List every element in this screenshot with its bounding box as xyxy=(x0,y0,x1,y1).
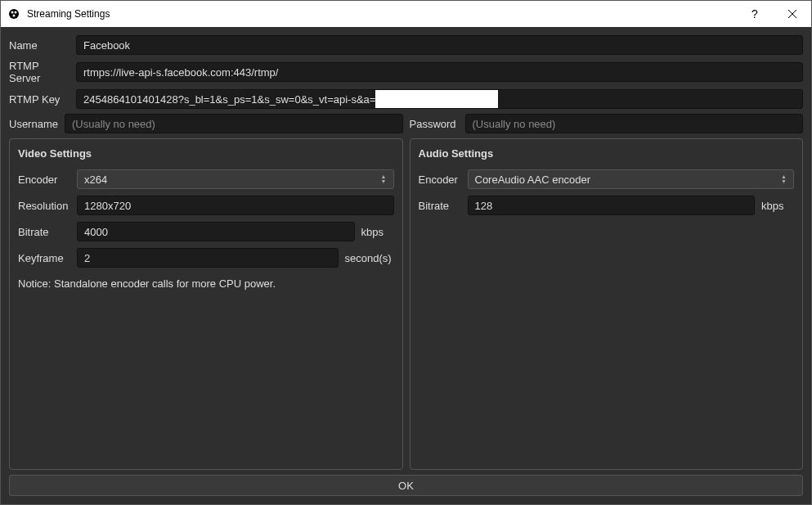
video-bitrate-input[interactable] xyxy=(77,222,355,241)
credentials-row: Username Password xyxy=(9,114,803,133)
video-keyframe-row: Keyframe second(s) xyxy=(18,248,394,268)
rtmp-key-visible-text: 2454864101401428?s_bl=1&s_ps=1&s_sw=0&s_… xyxy=(77,90,375,109)
password-input[interactable] xyxy=(465,114,804,133)
audio-bitrate-label: Bitrate xyxy=(419,200,461,212)
video-resolution-row: Resolution xyxy=(18,196,394,215)
titlebar: Streaming Settings ? xyxy=(1,1,811,27)
username-input[interactable] xyxy=(65,114,403,133)
audio-settings-title: Audio Settings xyxy=(419,147,795,160)
svg-point-1 xyxy=(11,11,14,14)
password-group: Password xyxy=(410,114,804,133)
rtmp-server-label: RTMP Server xyxy=(9,60,70,84)
audio-bitrate-row: Bitrate kbps xyxy=(419,196,795,215)
updown-icon: ▲▼ xyxy=(781,174,787,184)
audio-bitrate-input[interactable] xyxy=(468,196,756,215)
ok-button-label: OK xyxy=(398,480,414,492)
name-label: Name xyxy=(9,39,70,52)
video-encoder-select[interactable]: x264 ▲▼ xyxy=(77,169,394,189)
rtmp-server-input[interactable] xyxy=(76,62,803,82)
svg-point-2 xyxy=(15,11,17,14)
rtmp-key-input[interactable]: 2454864101401428?s_bl=1&s_ps=1&s_sw=0&s_… xyxy=(76,89,803,109)
window-title: Streaming Settings xyxy=(27,8,736,20)
audio-settings-panel: Audio Settings Encoder CoreAudio AAC enc… xyxy=(410,138,804,470)
password-label: Password xyxy=(410,118,459,130)
settings-panels: Video Settings Encoder x264 ▲▼ Resolutio… xyxy=(9,138,803,470)
video-keyframe-unit: second(s) xyxy=(345,252,394,264)
video-bitrate-label: Bitrate xyxy=(18,226,70,238)
svg-point-3 xyxy=(13,15,16,17)
video-encoder-label: Encoder xyxy=(18,174,70,186)
streaming-settings-window: Streaming Settings ? Name RTMP Server RT… xyxy=(0,0,812,505)
video-notice: Notice: Standalone encoder calls for mor… xyxy=(18,277,394,290)
help-icon: ? xyxy=(751,7,758,20)
svg-point-0 xyxy=(9,9,19,19)
ok-button[interactable]: OK xyxy=(9,475,803,496)
updown-icon: ▲▼ xyxy=(381,174,387,184)
video-resolution-label: Resolution xyxy=(18,200,70,212)
video-encoder-value: x264 xyxy=(84,174,107,186)
dialog-content: Name RTMP Server RTMP Key 24548641014014… xyxy=(1,27,811,504)
audio-encoder-row: Encoder CoreAudio AAC encoder ▲▼ xyxy=(419,169,795,189)
video-encoder-row: Encoder x264 ▲▼ xyxy=(18,169,394,189)
app-icon xyxy=(7,7,20,20)
rtmp-key-redacted xyxy=(375,89,498,109)
video-resolution-input[interactable] xyxy=(77,196,394,215)
close-button[interactable] xyxy=(774,1,811,27)
video-keyframe-input[interactable] xyxy=(77,248,339,268)
rtmp-server-row: RTMP Server xyxy=(9,60,803,84)
name-row: Name xyxy=(9,35,803,55)
help-button[interactable]: ? xyxy=(736,1,774,27)
audio-bitrate-unit: kbps xyxy=(761,200,794,212)
video-bitrate-row: Bitrate kbps xyxy=(18,222,394,241)
video-keyframe-label: Keyframe xyxy=(18,252,70,264)
video-settings-panel: Video Settings Encoder x264 ▲▼ Resolutio… xyxy=(9,138,403,470)
audio-encoder-select[interactable]: CoreAudio AAC encoder ▲▼ xyxy=(468,169,795,189)
close-icon xyxy=(788,7,796,20)
username-label: Username xyxy=(9,118,58,130)
name-input[interactable] xyxy=(76,35,803,55)
rtmp-key-label: RTMP Key xyxy=(9,93,70,106)
rtmp-key-row: RTMP Key 2454864101401428?s_bl=1&s_ps=1&… xyxy=(9,89,803,109)
username-group: Username xyxy=(9,114,403,133)
audio-encoder-label: Encoder xyxy=(419,174,461,186)
video-bitrate-unit: kbps xyxy=(361,226,394,238)
video-settings-title: Video Settings xyxy=(18,147,394,160)
audio-encoder-value: CoreAudio AAC encoder xyxy=(475,174,591,186)
